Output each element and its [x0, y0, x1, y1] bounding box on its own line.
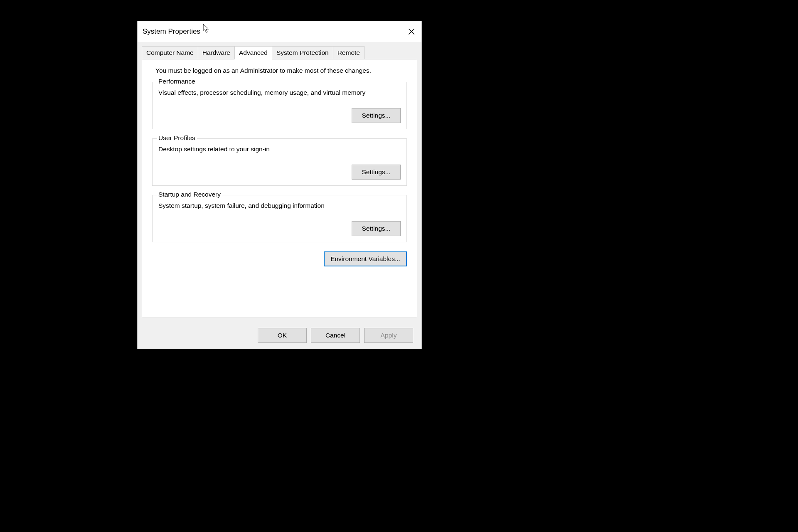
tab-computer-name[interactable]: Computer Name	[142, 46, 198, 59]
system-properties-dialog: System Properties Computer Name Hardware…	[137, 21, 422, 349]
tab-hardware[interactable]: Hardware	[198, 46, 235, 59]
titlebar: System Properties	[138, 21, 421, 42]
user-profiles-desc: Desktop settings related to your sign-in	[158, 145, 401, 153]
groupbox-user-profiles: User Profiles Desktop settings related t…	[152, 138, 407, 186]
user-profiles-settings-button[interactable]: Settings...	[352, 165, 401, 180]
close-icon	[409, 29, 414, 34]
groupbox-performance: Performance Visual effects, processor sc…	[152, 82, 407, 129]
startup-recovery-desc: System startup, system failure, and debu…	[158, 202, 401, 209]
ok-button[interactable]: OK	[258, 328, 307, 343]
dialog-title: System Properties	[143, 27, 200, 36]
environment-variables-row: Environment Variables...	[152, 251, 407, 266]
tabstrip: Computer Name Hardware Advanced System P…	[138, 42, 421, 59]
tab-content-advanced: You must be logged on as an Administrato…	[142, 59, 417, 318]
environment-variables-button[interactable]: Environment Variables...	[324, 251, 407, 266]
startup-recovery-button-row: Settings...	[158, 221, 401, 236]
startup-recovery-settings-button[interactable]: Settings...	[352, 221, 401, 236]
user-profiles-button-row: Settings...	[158, 165, 401, 180]
performance-settings-button[interactable]: Settings...	[352, 108, 401, 123]
apply-button-label: A	[381, 332, 385, 339]
admin-note: You must be logged on as an Administrato…	[152, 67, 407, 74]
dialog-button-row: OK Cancel Apply	[138, 322, 421, 349]
performance-button-row: Settings...	[158, 108, 401, 123]
tab-system-protection[interactable]: System Protection	[272, 46, 333, 59]
cancel-button[interactable]: Cancel	[311, 328, 360, 343]
close-button[interactable]	[401, 21, 421, 42]
groupbox-startup-recovery: Startup and Recovery System startup, sys…	[152, 195, 407, 242]
performance-desc: Visual effects, processor scheduling, me…	[158, 89, 401, 96]
groupbox-legend-startup-recovery: Startup and Recovery	[157, 191, 222, 198]
tab-advanced[interactable]: Advanced	[234, 46, 272, 59]
apply-button[interactable]: Apply	[364, 328, 413, 343]
apply-button-label-rest: pply	[385, 332, 397, 339]
groupbox-legend-performance: Performance	[157, 78, 197, 85]
groupbox-legend-user-profiles: User Profiles	[157, 134, 197, 142]
tab-remote[interactable]: Remote	[333, 46, 365, 59]
